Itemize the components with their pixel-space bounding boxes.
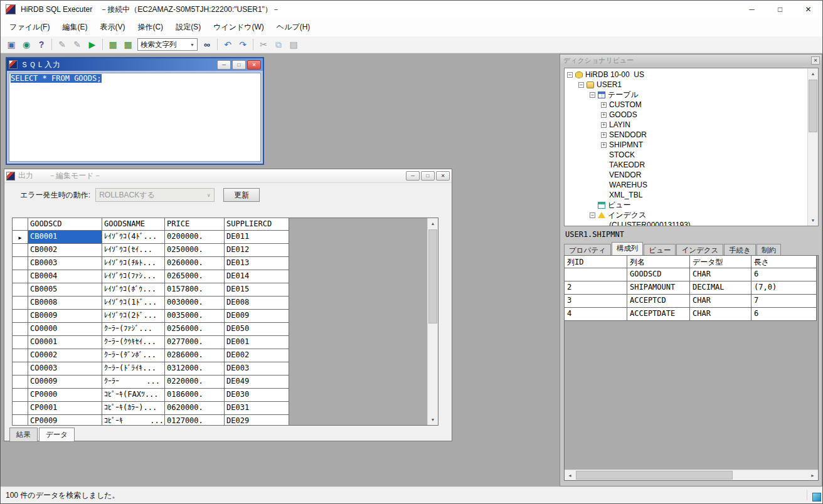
- cell-colname[interactable]: SHIPAMOUNT: [627, 281, 690, 295]
- collapse-icon[interactable]: [578, 82, 584, 88]
- cell-price[interactable]: 0620000.: [165, 402, 225, 415]
- cell-price[interactable]: 0030000.: [165, 297, 225, 310]
- cell-suppliercd[interactable]: DE030: [225, 389, 289, 402]
- row-selector[interactable]: [13, 323, 28, 336]
- menu-file[interactable]: ファイル(F): [3, 19, 56, 36]
- cell-goodscd[interactable]: CO0000: [28, 323, 102, 336]
- table-row[interactable]: CP0001 ｺﾋﾟｰｷ(ｶﾗｰ)... 0620000. DE031: [13, 402, 438, 415]
- column-header-datatype[interactable]: データ型: [690, 256, 751, 268]
- row-selector[interactable]: [13, 297, 28, 310]
- cell-goodscd[interactable]: CP0009: [28, 415, 102, 426]
- cell-price[interactable]: 0265000.: [165, 270, 225, 283]
- cell-datatype[interactable]: CHAR: [690, 268, 751, 281]
- cell-datatype[interactable]: DECIMAL: [690, 281, 751, 295]
- cell-datatype[interactable]: CHAR: [690, 308, 751, 321]
- table-row[interactable]: 4 ACCEPTDATE CHAR 6: [565, 308, 818, 321]
- cell-goodsname[interactable]: ｺﾋﾟｰｷ ...: [102, 415, 165, 426]
- cell-goodscd[interactable]: CO0003: [28, 362, 102, 375]
- menu-window[interactable]: ウインドウ(W): [207, 19, 270, 36]
- sql-editor[interactable]: SELECT * FROM GOODS;: [9, 73, 261, 162]
- cell-goodsname[interactable]: ｸｰﾗｰ(ﾄﾞﾗｲｷ...: [102, 362, 165, 375]
- cell-goodsname[interactable]: ﾚｲｿﾞｳｺ(ﾎﾞｳ...: [102, 283, 165, 297]
- row-selector[interactable]: [13, 310, 28, 323]
- tab-procedure[interactable]: 手続き: [724, 244, 756, 255]
- cell-suppliercd[interactable]: DE014: [225, 270, 289, 283]
- scroll-down-icon[interactable]: [428, 414, 438, 425]
- row-selector[interactable]: [13, 257, 28, 270]
- titlebar[interactable]: HiRDB SQL Executer －接続中（EC2AMAZ-S0M5TJH:…: [1, 1, 822, 18]
- cell-colid[interactable]: 1: [565, 268, 627, 281]
- cell-length[interactable]: 6: [751, 308, 817, 321]
- cell-suppliercd[interactable]: DE012: [225, 244, 289, 257]
- row-selector[interactable]: [13, 244, 28, 257]
- cell-suppliercd[interactable]: DE003: [225, 362, 289, 375]
- table-row[interactable]: CO0003 ｸｰﾗｰ(ﾄﾞﾗｲｷ... 0312000. DE003: [13, 362, 438, 375]
- result-display-button[interactable]: ▦: [105, 38, 120, 51]
- column-header-length[interactable]: 長さ: [751, 256, 817, 268]
- connect-button[interactable]: ▣: [4, 38, 19, 51]
- find-button[interactable]: ∞: [199, 38, 215, 51]
- cell-suppliercd[interactable]: DE009: [225, 310, 289, 323]
- cell-suppliercd[interactable]: DE031: [225, 402, 289, 415]
- expand-icon[interactable]: [601, 102, 607, 108]
- size-grip[interactable]: [812, 493, 821, 501]
- tree-item-sendodr[interactable]: SENDODR: [565, 130, 818, 140]
- output-close-button[interactable]: [436, 171, 450, 181]
- tree-item-warehus[interactable]: WAREHUS: [565, 180, 818, 190]
- cell-price[interactable]: 0250000.: [165, 244, 225, 257]
- row-selector[interactable]: [13, 231, 28, 244]
- cell-price[interactable]: 0157800.: [165, 283, 225, 297]
- cell-price[interactable]: 0260000.: [165, 257, 225, 270]
- row-selector[interactable]: [13, 415, 28, 426]
- execute-sql-button[interactable]: ▶: [85, 38, 100, 51]
- cell-price[interactable]: 0035000.: [165, 310, 225, 323]
- cell-goodsname[interactable]: ｸｰﾗｰ(ﾀﾞﾝﾎﾞ...: [102, 349, 165, 362]
- scroll-right-icon[interactable]: [807, 470, 818, 480]
- cell-colname[interactable]: ACCEPTCD: [627, 295, 690, 308]
- cell-goodsname[interactable]: ﾚｲｿﾞｳｺ(ｾｲ...: [102, 244, 165, 257]
- table-row[interactable]: CP0000 ｺﾋﾟｰｷ(FAXﾂ... 0186000. DE030: [13, 389, 438, 402]
- scroll-thumb[interactable]: [428, 229, 437, 323]
- tree-item-custom[interactable]: CUSTOM: [565, 100, 818, 110]
- cell-suppliercd[interactable]: DE015: [225, 283, 289, 297]
- error-action-select[interactable]: ROLLBACKする: [95, 188, 215, 202]
- collapse-icon[interactable]: [590, 213, 595, 218]
- cell-suppliercd[interactable]: DE001: [225, 336, 289, 349]
- cell-goodscd[interactable]: CB0004: [28, 270, 102, 283]
- sql-window-titlebar[interactable]: ＳＱＬ入力: [7, 58, 263, 71]
- column-header-suppliercd[interactable]: SUPPLIERCD: [225, 218, 289, 231]
- grid-vertical-scrollbar[interactable]: [427, 218, 438, 425]
- cell-colid[interactable]: 4: [565, 308, 627, 321]
- scroll-thumb[interactable]: [809, 80, 817, 132]
- expand-icon[interactable]: [601, 132, 607, 138]
- cell-price[interactable]: 0256000.: [165, 323, 225, 336]
- row-selector[interactable]: [13, 375, 28, 389]
- table-row[interactable]: CB0001 ﾚｲｿﾞｳｺ(4ﾄﾞ... 0200000. DE011: [13, 231, 438, 244]
- data-display-button[interactable]: ▦: [120, 38, 135, 51]
- cell-goodscd[interactable]: CO0009: [28, 375, 102, 389]
- row-selector[interactable]: [13, 349, 28, 362]
- tab-index[interactable]: インデクス: [676, 244, 723, 255]
- column-header-price[interactable]: PRICE: [165, 218, 225, 231]
- tree-item-indexes[interactable]: インデクス: [565, 210, 818, 220]
- table-row[interactable]: CO0001 ｸｰﾗｰ(ｸｳｷｾｲ... 0277000. DE001: [13, 336, 438, 349]
- cell-colname[interactable]: ACCEPTDATE: [627, 308, 690, 321]
- dictionary-view-button[interactable]: ◉: [19, 38, 34, 51]
- paste-button[interactable]: ▤: [286, 38, 301, 51]
- row-selector[interactable]: [13, 283, 28, 297]
- cell-goodsname[interactable]: ｸｰﾗｰ(ｸｳｷｾｲ...: [102, 336, 165, 349]
- cell-suppliercd[interactable]: DE013: [225, 257, 289, 270]
- row-selector[interactable]: [13, 336, 28, 349]
- cell-length[interactable]: (7,0): [751, 281, 817, 295]
- column-header-goodscd[interactable]: GOODSCD: [28, 218, 102, 231]
- dictionary-close-button[interactable]: [811, 56, 820, 65]
- tree-vertical-scrollbar[interactable]: [807, 68, 818, 226]
- cell-goodsname[interactable]: ﾚｲｿﾞｳｺ(4ﾄﾞ...: [102, 231, 165, 244]
- table-row[interactable]: CB0002 ﾚｲｿﾞｳｺ(ｾｲ... 0250000. DE012: [13, 244, 438, 257]
- search-string-combo[interactable]: 検索文字列: [137, 38, 198, 51]
- redo-button[interactable]: ↷: [235, 38, 250, 51]
- column-header-goodsname[interactable]: GOODSNAME: [102, 218, 165, 231]
- output-window-titlebar[interactable]: 出力 －編集モード－: [4, 169, 452, 183]
- table-horizontal-scrollbar[interactable]: [565, 470, 818, 480]
- cell-price[interactable]: 0286000.: [165, 349, 225, 362]
